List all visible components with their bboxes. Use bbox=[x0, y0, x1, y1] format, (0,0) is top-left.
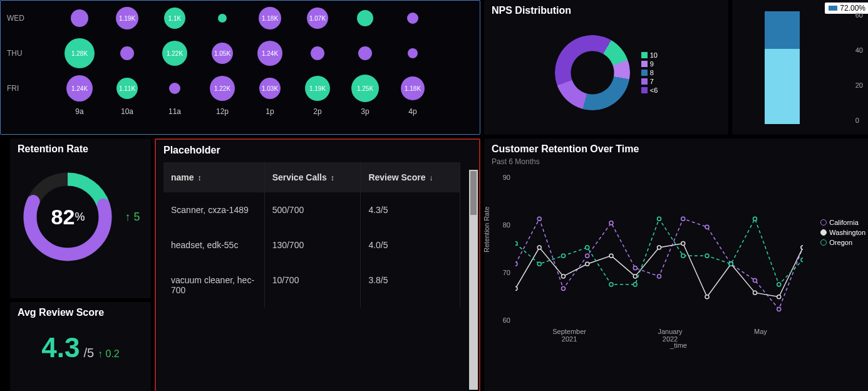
hour-label: 2p bbox=[303, 107, 332, 116]
sort-icon: ↓ bbox=[429, 174, 433, 182]
svg-point-18 bbox=[562, 274, 566, 278]
column-header[interactable]: Service Calls ↕ bbox=[264, 162, 361, 192]
punchcard-bubble[interactable] bbox=[351, 4, 380, 33]
nps-legend: 10987<6 bbox=[641, 51, 658, 95]
svg-point-26 bbox=[753, 291, 757, 295]
svg-point-14 bbox=[777, 307, 781, 311]
hour-label: 11a bbox=[160, 107, 189, 116]
legend-item: 8 bbox=[641, 68, 658, 77]
punchcard-bubble[interactable]: 1.18K bbox=[256, 4, 284, 33]
punchcard-bubble[interactable]: 1.18K bbox=[398, 74, 427, 103]
punchcard-bubble[interactable]: 1.07K bbox=[303, 4, 332, 33]
column-header[interactable]: name ↕ bbox=[163, 162, 264, 192]
legend-item[interactable]: California bbox=[820, 217, 865, 227]
review-delta: ↑ 0.2 bbox=[98, 348, 120, 360]
svg-point-40 bbox=[777, 283, 781, 286]
punchcard-bubble[interactable]: 1.28K bbox=[65, 39, 94, 68]
svg-point-32 bbox=[586, 246, 589, 249]
punchcard-bubble[interactable] bbox=[160, 74, 189, 103]
customer-retention-over-time-panel[interactable]: Customer Retention Over Time Past 6 Mont… bbox=[484, 138, 868, 391]
punchcard-bubble[interactable] bbox=[113, 39, 142, 68]
punchcard-bubble[interactable]: 1.25K bbox=[351, 74, 380, 103]
activity-punchcard-panel[interactable]: WED1.19K1.1K1.18K1.07KTHU1.28K1.22K1.05K… bbox=[0, 0, 480, 135]
svg-point-41 bbox=[801, 258, 803, 262]
punchcard-bubble[interactable]: 1.24K bbox=[256, 39, 284, 68]
retention-gauge: 82% bbox=[21, 170, 115, 264]
svg-point-3 bbox=[515, 262, 517, 266]
svg-point-17 bbox=[537, 246, 541, 249]
table-row[interactable]: vacuum cleaner, hec-70010/7003.8/5 bbox=[163, 263, 460, 308]
avg-review-score-panel[interactable]: Avg Review Score 4.3 /5 ↑ 0.2 bbox=[10, 302, 151, 391]
legend-item[interactable]: Oregon bbox=[820, 237, 865, 248]
punchcard-bubble[interactable]: 1.11K bbox=[113, 74, 142, 103]
svg-point-24 bbox=[705, 295, 709, 299]
scrollbar[interactable] bbox=[469, 170, 478, 390]
retention-delta: ↑ 5 bbox=[125, 211, 140, 224]
svg-point-11 bbox=[705, 225, 709, 229]
x-axis-label: _time bbox=[670, 341, 687, 349]
svg-point-31 bbox=[562, 254, 566, 258]
hour-label: 9a bbox=[65, 107, 94, 116]
punchcard-bubble[interactable]: 1.22K bbox=[208, 74, 237, 103]
chart-legend: CaliforniaWashingtonOregon bbox=[820, 217, 865, 248]
svg-point-39 bbox=[753, 217, 757, 221]
svg-point-19 bbox=[586, 262, 589, 266]
svg-point-13 bbox=[753, 278, 757, 282]
svg-point-8 bbox=[633, 266, 637, 270]
panel-title: NPS Distribution bbox=[492, 5, 721, 16]
svg-point-29 bbox=[515, 241, 517, 245]
legend-item: 10 bbox=[641, 51, 658, 60]
punchcard-bubble[interactable] bbox=[208, 4, 237, 33]
stacked-bar-panel[interactable]: 72.00% 6040200 bbox=[732, 0, 868, 135]
stacked-bar bbox=[765, 11, 800, 124]
svg-point-33 bbox=[609, 283, 613, 286]
punchcard-bubble[interactable] bbox=[303, 39, 332, 68]
punchcard-bubble[interactable]: 1.05K bbox=[208, 39, 237, 68]
svg-point-30 bbox=[537, 262, 541, 266]
nps-donut-chart bbox=[555, 35, 630, 110]
panel-title: Retention Rate bbox=[18, 143, 143, 155]
day-label: FRI bbox=[7, 84, 37, 93]
svg-point-38 bbox=[729, 262, 733, 266]
panel-title: Avg Review Score bbox=[18, 307, 143, 318]
panel-subtitle: Past 6 Months bbox=[492, 157, 865, 166]
punchcard-bubble[interactable]: 1.19K bbox=[113, 4, 142, 33]
svg-point-23 bbox=[681, 241, 685, 245]
panel-title: Customer Retention Over Time bbox=[492, 143, 865, 155]
panel-title: Placeholder bbox=[163, 145, 472, 156]
y-axis-label: Retention Rate bbox=[484, 207, 490, 253]
retention-rate-panel[interactable]: Retention Rate 82% ↑ 5 bbox=[10, 138, 151, 298]
data-table: name ↕Service Calls ↕Review Score ↓ Scan… bbox=[163, 162, 460, 308]
hour-label: 1p bbox=[256, 107, 284, 116]
table-row[interactable]: headset, edk-55c130/7004.0/5 bbox=[163, 227, 460, 263]
svg-point-9 bbox=[658, 274, 661, 278]
svg-point-34 bbox=[633, 283, 637, 286]
punchcard-bubble[interactable] bbox=[398, 4, 427, 33]
hour-label: 3p bbox=[351, 107, 380, 116]
table-row[interactable]: Scanner, cxza-1489500/7004.3/5 bbox=[163, 192, 460, 227]
punchcard-bubble[interactable] bbox=[65, 4, 94, 33]
punchcard-bubble[interactable]: 1.03K bbox=[256, 74, 284, 103]
review-value: 4.3 bbox=[41, 332, 80, 363]
x-tick-label: May bbox=[754, 328, 767, 343]
svg-point-5 bbox=[562, 287, 566, 291]
nps-distribution-panel[interactable]: NPS Distribution 10987<6 bbox=[484, 0, 728, 135]
gauge-value: 82% bbox=[21, 170, 115, 264]
placeholder-table-panel[interactable]: Placeholder name ↕Service Calls ↕Review … bbox=[155, 138, 480, 391]
svg-point-35 bbox=[658, 217, 661, 221]
column-header[interactable]: Review Score ↓ bbox=[361, 162, 460, 192]
punchcard-bubble[interactable]: 1.19K bbox=[303, 74, 332, 103]
punchcard-bubble[interactable]: 1.22K bbox=[160, 39, 189, 68]
punchcard-bubble[interactable]: 1.1K bbox=[160, 4, 189, 33]
punchcard-bubble[interactable]: 1.24K bbox=[65, 74, 94, 103]
svg-point-20 bbox=[609, 254, 613, 258]
svg-point-6 bbox=[586, 254, 589, 258]
punchcard-bubble[interactable] bbox=[398, 39, 427, 68]
svg-point-16 bbox=[515, 287, 517, 291]
legend-item: <6 bbox=[641, 86, 658, 95]
day-label: WED bbox=[7, 14, 37, 23]
hour-label: 12p bbox=[208, 107, 237, 116]
legend-item[interactable]: Washington bbox=[820, 227, 865, 237]
svg-point-4 bbox=[537, 217, 541, 221]
punchcard-bubble[interactable] bbox=[351, 39, 380, 68]
